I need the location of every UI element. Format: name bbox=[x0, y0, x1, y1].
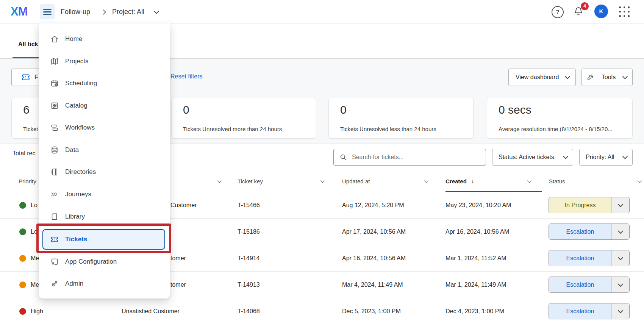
sort-descending-icon: ↓ bbox=[471, 178, 474, 184]
status-chevron[interactable] bbox=[611, 250, 629, 266]
column-menu-chevron-icon[interactable] bbox=[424, 178, 428, 183]
menu-item-admin[interactable]: Admin bbox=[39, 275, 170, 292]
priority-dot bbox=[19, 255, 26, 262]
menu-item-catalog[interactable]: Catalog bbox=[39, 97, 170, 114]
menu-item-scheduling[interactable]: Scheduling bbox=[39, 75, 170, 92]
menu-item-home[interactable]: Home bbox=[39, 31, 170, 47]
status-chevron[interactable] bbox=[611, 277, 629, 292]
updated-at: Aug 12, 2024, 5:20 PM bbox=[342, 192, 404, 219]
search-input[interactable] bbox=[351, 153, 486, 161]
directories-icon bbox=[50, 167, 59, 177]
wrench-icon bbox=[586, 73, 594, 81]
data-icon bbox=[50, 145, 59, 155]
filter-button-label: F bbox=[34, 74, 38, 81]
priority-filter-dropdown[interactable]: Priority: All bbox=[579, 149, 633, 166]
chevron-down-icon bbox=[565, 74, 570, 79]
stat-value: 0 bbox=[340, 103, 347, 116]
apps-grid-button[interactable] bbox=[619, 6, 630, 17]
updated-at: Mar 4, 2024, 11:49 AM bbox=[342, 272, 403, 298]
view-dashboard-label: View dashboard bbox=[516, 74, 559, 81]
view-dashboard-button[interactable]: View dashboard bbox=[508, 69, 576, 86]
chevron-down-icon[interactable] bbox=[154, 9, 159, 14]
tab-all-tickets[interactable]: All tick bbox=[18, 41, 38, 48]
admin-icon bbox=[50, 279, 59, 288]
menu-item-workflows[interactable]: Workflows bbox=[39, 119, 170, 136]
ticket-key: T-15466 bbox=[238, 192, 260, 219]
status-chevron[interactable] bbox=[611, 224, 629, 239]
total-records-summary: Total rec bbox=[13, 150, 35, 157]
chevron-down-icon bbox=[622, 74, 628, 79]
stat-value: 0 secs bbox=[499, 103, 531, 116]
updated-at: Apr 16, 2024, 10:56 AM bbox=[342, 245, 406, 272]
ticket-name: Customer bbox=[170, 192, 197, 219]
ticket-name: tomer bbox=[170, 272, 186, 298]
ticket-icon bbox=[21, 72, 31, 82]
avatar[interactable]: K bbox=[594, 5, 608, 18]
column-menu-chevron-icon[interactable] bbox=[527, 178, 531, 183]
menu-item-directories[interactable]: Directories bbox=[39, 164, 170, 180]
ticket-icon bbox=[50, 235, 59, 244]
active-tab-underline bbox=[13, 57, 39, 58]
workflows-icon bbox=[50, 123, 59, 132]
ticket-key: T-14914 bbox=[238, 245, 260, 272]
created-at: Mar 1, 2024, 11:52 AM bbox=[445, 245, 506, 272]
status-badge[interactable]: Escalation bbox=[549, 303, 630, 319]
menu-item-tickets[interactable]: Tickets bbox=[39, 231, 170, 248]
column-header-created[interactable]: Created ↓ bbox=[445, 178, 467, 184]
column-menu-chevron-icon[interactable] bbox=[638, 178, 642, 183]
ticket-name: Unsatisfied Customer bbox=[122, 298, 180, 322]
top-bar: XM Follow-up Project: All ? 4 K bbox=[0, 0, 644, 24]
priority-dot bbox=[19, 202, 26, 209]
ticket-search bbox=[333, 149, 486, 166]
status-badge[interactable]: Escalation bbox=[549, 250, 630, 266]
column-header-updated-at[interactable]: Updated at bbox=[342, 178, 370, 184]
scheduling-icon bbox=[50, 79, 59, 88]
status-filter-dropdown[interactable]: Status: Active tickets bbox=[492, 149, 573, 166]
status-badge[interactable]: Escalation bbox=[549, 277, 630, 293]
menu-item-journeys[interactable]: Journeys bbox=[39, 186, 170, 203]
priority-label: Lo bbox=[31, 192, 38, 219]
breadcrumb-project-dropdown[interactable]: Project: All bbox=[112, 0, 144, 23]
column-header-ticket-key[interactable]: Ticket key bbox=[238, 178, 263, 184]
catalog-icon bbox=[50, 101, 59, 110]
projects-icon bbox=[50, 57, 59, 66]
stat-label: Tickets Unresolved less than 24 hours bbox=[340, 126, 436, 132]
column-header-priority[interactable]: Priority bbox=[19, 178, 36, 184]
column-menu-chevron-icon[interactable] bbox=[217, 178, 221, 183]
priority-dot bbox=[19, 228, 26, 235]
status-badge[interactable]: Escalation bbox=[549, 224, 630, 240]
created-at: Apr 16, 2024, 10:56 AM bbox=[445, 219, 509, 245]
priority-filter-label: Priority: All bbox=[586, 154, 614, 161]
priority-label: Me bbox=[31, 272, 39, 298]
updated-at: Apr 17, 2024, 10:56 AM bbox=[342, 219, 406, 245]
priority-dot bbox=[19, 308, 26, 315]
app-config-icon bbox=[50, 257, 59, 266]
ticket-name: tomer bbox=[170, 245, 186, 272]
status-chevron[interactable] bbox=[611, 303, 629, 319]
global-nav-menu: Home Projects Scheduling Catalog bbox=[39, 23, 170, 299]
menu-item-app-configuration[interactable]: App Configuration bbox=[39, 253, 170, 270]
reset-filters-link[interactable]: Reset filters bbox=[170, 73, 202, 80]
hamburger-menu-button[interactable] bbox=[40, 4, 55, 19]
stat-card-unresolved-more-24h: 0 Tickets Unresolved more than 24 hours bbox=[171, 98, 316, 139]
status-chevron[interactable] bbox=[611, 197, 629, 213]
column-menu-chevron-icon[interactable] bbox=[320, 178, 324, 183]
search-icon bbox=[339, 153, 347, 161]
menu-item-projects[interactable]: Projects bbox=[39, 53, 170, 70]
stat-card-avg-resolution: 0 secs Average resolution time (8/1/2024… bbox=[487, 98, 633, 139]
stat-value: 0 bbox=[183, 103, 189, 116]
breadcrumb-section: Follow-up bbox=[61, 0, 90, 23]
menu-item-library[interactable]: Library bbox=[39, 208, 170, 225]
status-badge[interactable]: In Progress bbox=[549, 197, 630, 213]
journeys-icon bbox=[50, 190, 59, 199]
breadcrumb-separator-icon bbox=[101, 9, 106, 15]
xm-logo: XM bbox=[11, 5, 28, 19]
ticket-key: T-15186 bbox=[238, 219, 260, 245]
stat-label: Tickets Unresolved more than 24 hours bbox=[183, 126, 282, 132]
menu-item-data[interactable]: Data bbox=[39, 142, 170, 158]
tools-button[interactable]: Tools bbox=[581, 69, 633, 86]
column-header-status[interactable]: Status bbox=[549, 178, 565, 184]
status-filter-label: Status: Active tickets bbox=[499, 154, 554, 161]
help-button[interactable]: ? bbox=[552, 6, 564, 18]
tools-label: Tools bbox=[602, 74, 616, 81]
